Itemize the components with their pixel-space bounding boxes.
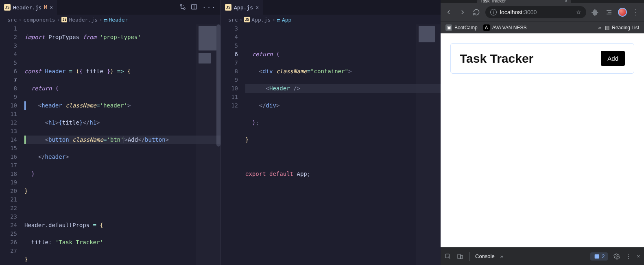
address-bar[interactable]: i localhost:3000 ☆ <box>485 6 586 18</box>
browser-window: Task Tracker × i localhost:3000 ☆ ⋮ ▣Boo… <box>441 0 644 265</box>
close-icon[interactable]: × <box>255 4 259 11</box>
js-file-icon: JS <box>244 17 250 22</box>
tab-header-js[interactable]: JS Header.js M × <box>0 0 57 15</box>
browser-tab[interactable]: Task Tracker × <box>477 0 571 3</box>
extensions-icon[interactable] <box>590 7 600 17</box>
breadcrumb-seg[interactable]: src <box>228 17 238 23</box>
url-path: :3000 <box>522 9 537 15</box>
browser-toolbar: i localhost:3000 ☆ ⋮ <box>441 3 644 21</box>
forward-button[interactable] <box>458 7 467 17</box>
devtools-bar: Console » 2 ⋮ × <box>441 247 644 265</box>
bookmark-ava[interactable]: AAVA VAN NESS <box>483 24 527 31</box>
add-button[interactable]: Add <box>601 51 625 66</box>
breadcrumb[interactable]: src› JS App.js› ⬒ App <box>221 15 441 24</box>
breadcrumb-seg[interactable]: components <box>23 17 55 23</box>
side-panel-icon[interactable] <box>604 7 614 17</box>
console-issue-badge[interactable]: 2 <box>590 252 608 261</box>
more-actions-icon[interactable]: ··· <box>202 4 216 11</box>
compare-changes-icon[interactable] <box>179 4 186 11</box>
bookmark-star-icon[interactable]: ☆ <box>576 9 581 15</box>
tab-bar: JS Header.js M × ··· <box>0 0 220 15</box>
tab-label: App.js <box>234 4 253 11</box>
svg-point-1 <box>183 8 185 9</box>
profile-avatar[interactable] <box>618 8 627 17</box>
tab-dirty-badge: M <box>44 4 47 10</box>
bookmarks-overflow-icon[interactable]: » <box>598 25 601 31</box>
svg-point-0 <box>180 4 182 6</box>
url-host: localhost <box>500 9 522 15</box>
site-info-icon[interactable]: i <box>490 9 497 15</box>
svg-point-11 <box>616 256 618 257</box>
device-toolbar-icon[interactable] <box>457 253 463 260</box>
split-editor-icon[interactable] <box>191 4 197 11</box>
line-gutter: 1234567891011121314151617181920212223242… <box>0 24 24 265</box>
reload-button[interactable] <box>472 7 481 17</box>
more-tabs-icon[interactable]: » <box>500 253 503 259</box>
editor-pane-right: JS App.js × src› JS App.js› ⬒ App 345678… <box>220 0 441 265</box>
inspect-element-icon[interactable] <box>445 253 451 260</box>
symbol-icon: ⬒ <box>277 17 280 23</box>
close-icon[interactable]: × <box>565 0 568 3</box>
devtools-close-icon[interactable]: × <box>637 253 640 259</box>
reading-list-icon: ▤ <box>605 25 609 31</box>
tab-bar: JS App.js × <box>221 0 441 15</box>
breadcrumb-seg[interactable]: src <box>7 17 17 23</box>
js-file-icon: JS <box>4 4 11 11</box>
bookmarks-bar: ▣BootCamp AAVA VAN NESS » ▤Reading List <box>441 21 644 33</box>
folder-icon: ▣ <box>445 24 452 31</box>
site-icon: A <box>483 24 490 31</box>
vscode-window: JS Header.js M × ··· src› components› JS… <box>0 0 441 265</box>
breadcrumb-symbol[interactable]: Header <box>109 17 128 23</box>
app-heading: Task Tracker <box>460 52 533 66</box>
chrome-menu-icon[interactable]: ⋮ <box>631 7 641 17</box>
js-file-icon: JS <box>61 17 67 22</box>
breadcrumb[interactable]: src› components› JS Header.js› ⬒ Header <box>0 15 220 24</box>
code-editor[interactable]: 3456789101112 return ( <div className="c… <box>221 24 441 265</box>
reading-list-button[interactable]: ▤Reading List <box>605 25 639 31</box>
symbol-icon: ⬒ <box>104 17 107 23</box>
editor-pane-left: JS Header.js M × ··· src› components› JS… <box>0 0 220 265</box>
browser-tab-strip: Task Tracker × <box>441 0 644 3</box>
svg-rect-10 <box>595 254 599 258</box>
devtools-menu-icon[interactable]: ⋮ <box>626 253 631 259</box>
breadcrumb-seg[interactable]: Header.js <box>69 17 97 23</box>
divider <box>469 252 469 261</box>
browser-tab-title: Task Tracker <box>480 0 506 3</box>
page-viewport: Task Tracker Add <box>441 33 644 247</box>
minimap[interactable] <box>416 24 441 265</box>
scrollbar[interactable] <box>216 24 220 265</box>
bookmark-bootcamp[interactable]: ▣BootCamp <box>445 24 478 31</box>
back-button[interactable] <box>444 7 454 17</box>
close-icon[interactable]: × <box>50 4 53 11</box>
devtools-settings-icon[interactable] <box>613 253 620 260</box>
app-container: Task Tracker Add <box>450 43 634 74</box>
code-body[interactable]: import PropTypes from 'prop-types' const… <box>24 24 220 265</box>
tab-label: Header.js <box>13 4 41 11</box>
breadcrumb-seg[interactable]: App.js <box>251 17 271 23</box>
code-body[interactable]: return ( <div className="container"> <He… <box>245 24 441 265</box>
line-gutter: 3456789101112 <box>221 24 245 265</box>
code-editor[interactable]: 1234567891011121314151617181920212223242… <box>0 24 220 265</box>
breadcrumb-symbol[interactable]: App <box>282 17 291 23</box>
tab-app-js[interactable]: JS App.js × <box>221 0 263 15</box>
js-file-icon: JS <box>225 4 231 11</box>
devtools-tab-console[interactable]: Console <box>475 253 495 259</box>
